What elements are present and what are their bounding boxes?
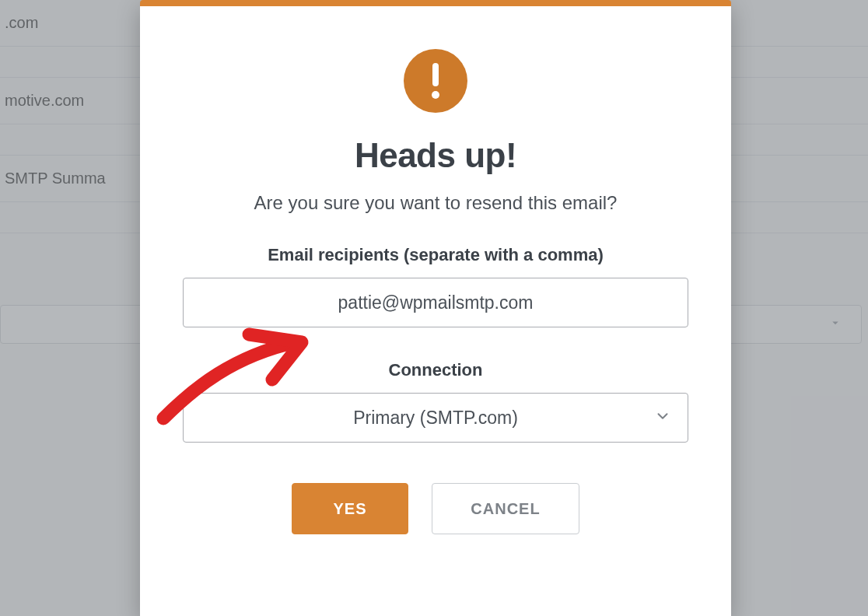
modal-button-row: YES CANCEL (292, 483, 579, 534)
connection-select[interactable]: Primary (SMTP.com) (183, 393, 688, 443)
svg-point-1 (432, 91, 439, 99)
recipients-label: Email recipients (separate with a comma) (268, 245, 604, 265)
modal-title: Heads up! (355, 136, 516, 175)
modal-subtitle: Are you sure you want to resend this ema… (254, 192, 618, 214)
yes-button-label: YES (333, 500, 366, 518)
resend-confirm-modal: Heads up! Are you sure you want to resen… (140, 0, 731, 616)
cancel-button-label: CANCEL (471, 500, 540, 518)
connection-select-wrap: Primary (SMTP.com) (183, 393, 688, 443)
connection-label: Connection (389, 360, 483, 380)
svg-rect-0 (432, 63, 439, 86)
alert-icon (404, 49, 467, 113)
yes-button[interactable]: YES (292, 483, 408, 534)
recipients-input[interactable] (183, 278, 688, 327)
cancel-button[interactable]: CANCEL (432, 483, 579, 534)
